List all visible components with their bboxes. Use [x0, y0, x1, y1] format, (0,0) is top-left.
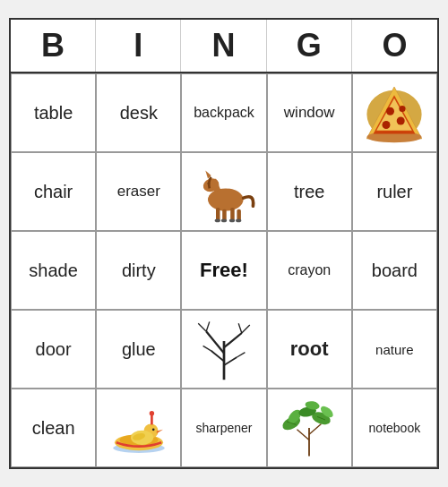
cell-0-2: backpack [181, 73, 266, 152]
cell-text: board [372, 261, 418, 281]
svg-line-31 [203, 346, 211, 350]
cell-text: clean [32, 418, 75, 439]
cell-1-4: ruler [352, 152, 437, 231]
svg-line-29 [238, 323, 242, 333]
pizza-icon [362, 81, 426, 145]
svg-point-21 [229, 219, 235, 223]
cell-text: desk [120, 103, 158, 124]
cell-2-1: dirty [96, 231, 181, 310]
cell-1-2 [181, 152, 266, 231]
boat-icon [107, 396, 171, 460]
cell-2-0: shade [11, 231, 96, 310]
cell-4-0: clean [11, 389, 96, 467]
svg-line-27 [224, 333, 242, 347]
cell-text: dirty [122, 261, 156, 281]
bingo-card: B I N G O table desk backpack window [9, 18, 439, 469]
svg-line-45 [297, 430, 310, 440]
cell-3-0: door [11, 310, 96, 389]
cell-text: door [36, 339, 72, 360]
free-space-label: Free! [200, 259, 248, 282]
leaf-icon [277, 396, 341, 460]
svg-line-28 [242, 325, 250, 333]
svg-point-22 [236, 219, 241, 223]
cell-0-4 [352, 73, 437, 152]
horse-icon [192, 159, 256, 224]
svg-rect-16 [222, 209, 227, 221]
cell-text: shade [29, 261, 78, 281]
svg-line-26 [206, 321, 210, 331]
cell-2-3: crayon [267, 231, 352, 310]
header-g: G [267, 20, 352, 72]
cell-0-1: desk [96, 73, 181, 152]
branch-icon [192, 317, 256, 381]
cell-3-1: glue [96, 310, 181, 389]
cell-2-2-free: Free! [181, 231, 266, 310]
svg-rect-15 [216, 208, 220, 220]
cell-4-1 [96, 389, 181, 467]
cell-1-0: chair [11, 152, 96, 231]
cell-text: notebook [369, 421, 421, 435]
header-i: I [96, 20, 181, 72]
cell-2-4: board [352, 231, 437, 310]
svg-point-43 [149, 411, 153, 415]
svg-point-19 [215, 219, 220, 223]
svg-point-6 [386, 107, 394, 115]
cell-text: window [284, 104, 335, 122]
cell-text: nature [375, 342, 414, 357]
header-n: N [181, 20, 266, 72]
svg-point-20 [221, 219, 227, 223]
cell-3-2 [181, 310, 266, 389]
bingo-header: B I N G O [11, 20, 437, 73]
svg-point-7 [397, 117, 405, 125]
svg-line-32 [224, 357, 237, 365]
svg-point-10 [208, 188, 244, 210]
cell-text: sharpener [195, 421, 252, 435]
cell-3-4: nature [352, 310, 437, 389]
svg-rect-18 [237, 209, 241, 221]
cell-0-3: window [267, 73, 352, 152]
svg-line-33 [237, 353, 245, 357]
svg-line-25 [198, 323, 206, 331]
cell-text: table [34, 103, 73, 124]
svg-rect-17 [230, 208, 235, 220]
cell-text: backpack [194, 105, 254, 121]
svg-point-8 [383, 121, 391, 129]
cell-text: eraser [117, 183, 160, 201]
cell-0-0: table [11, 73, 96, 152]
svg-point-38 [152, 428, 155, 431]
cell-text: tree [294, 182, 324, 202]
header-o: O [352, 20, 437, 72]
cell-text: root [290, 337, 329, 361]
svg-point-9 [400, 106, 406, 112]
cell-1-1: eraser [96, 152, 181, 231]
cell-3-3: root [267, 310, 352, 389]
svg-line-46 [309, 424, 322, 435]
cell-1-3: tree [267, 152, 352, 231]
cell-4-3 [267, 389, 352, 467]
cell-4-4: notebook [352, 389, 437, 467]
cell-text: chair [34, 182, 73, 202]
bingo-grid: table desk backpack window [11, 73, 437, 467]
header-b: B [11, 20, 96, 72]
cell-text: ruler [376, 182, 412, 202]
cell-text: glue [122, 339, 156, 360]
cell-4-2: sharpener [181, 389, 266, 467]
cell-text: crayon [288, 262, 331, 278]
